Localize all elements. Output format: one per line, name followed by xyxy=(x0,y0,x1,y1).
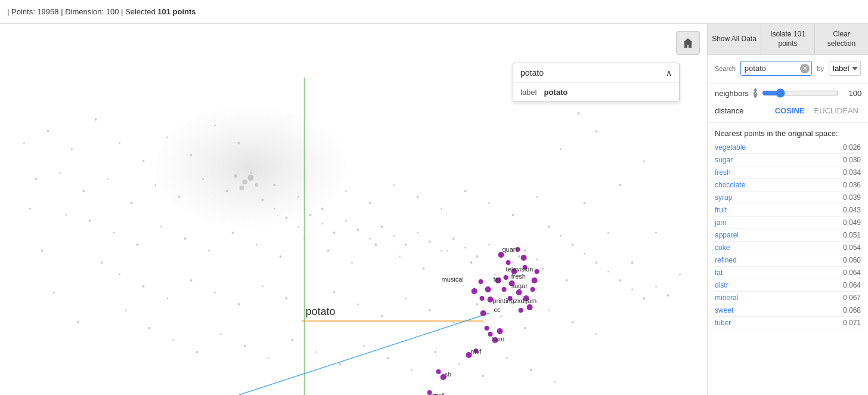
svg-point-17 xyxy=(226,190,228,192)
search-panel-result: label potato xyxy=(513,82,679,101)
nearest-item-name[interactable]: coke xyxy=(715,243,730,252)
svg-point-2 xyxy=(71,149,73,150)
svg-point-6 xyxy=(166,137,168,138)
home-icon xyxy=(682,37,694,49)
svg-point-72 xyxy=(596,334,597,335)
svg-text:nzgf: nzgf xyxy=(432,392,445,395)
svg-point-74 xyxy=(172,340,174,341)
svg-point-10 xyxy=(59,172,61,174)
nearest-item-name[interactable]: jam xyxy=(715,218,726,227)
neighbors-slider[interactable] xyxy=(762,88,839,98)
svg-point-46 xyxy=(447,250,448,252)
nearest-list-item: refined0.060 xyxy=(715,254,861,267)
dimension-label: Dimension: 100 xyxy=(65,7,119,16)
isolate-points-button[interactable]: Isolate 101 points xyxy=(761,24,815,54)
svg-point-1 xyxy=(47,130,49,132)
svg-point-124 xyxy=(441,250,442,252)
svg-point-114 xyxy=(321,223,323,225)
nearest-list-item: jam0.049 xyxy=(715,217,861,229)
nearest-item-name[interactable]: refined xyxy=(715,256,737,264)
nearest-item-value: 0.036 xyxy=(843,181,861,189)
svg-text:hcm: hcm xyxy=(492,335,505,342)
svg-point-16 xyxy=(202,178,204,180)
svg-point-0 xyxy=(156,107,346,227)
svg-point-169 xyxy=(479,279,483,284)
nearest-item-name[interactable]: mineral xyxy=(715,294,738,302)
svg-point-90 xyxy=(554,381,556,383)
svg-point-121 xyxy=(405,243,407,246)
nearest-list-item: chocolate0.036 xyxy=(715,179,861,192)
collapse-icon[interactable]: ∧ xyxy=(666,68,672,78)
nearest-item-value: 0.026 xyxy=(843,143,861,152)
svg-point-15 xyxy=(178,196,181,198)
nearest-item-name[interactable]: tuber xyxy=(715,319,731,327)
svg-point-32 xyxy=(113,232,114,234)
nearest-item-name[interactable]: sugar xyxy=(715,156,733,164)
result-label-text: label xyxy=(520,88,537,97)
svg-point-28 xyxy=(488,202,490,204)
search-clear-button[interactable]: ✕ xyxy=(800,64,810,73)
nearest-list-item: fat0.064 xyxy=(715,267,861,279)
svg-point-93 xyxy=(125,310,126,311)
euclidean-option[interactable]: EUCLIDEAN xyxy=(812,105,861,116)
nearest-item-name[interactable]: fat xyxy=(715,269,723,277)
nearest-item-value: 0.034 xyxy=(843,168,861,177)
svg-point-30 xyxy=(536,196,538,198)
show-all-data-button[interactable]: Show All Data xyxy=(708,24,761,54)
nearest-item-name[interactable]: syrup xyxy=(715,193,732,202)
nearest-item-name[interactable]: fresh xyxy=(715,168,731,177)
svg-point-88 xyxy=(506,357,508,359)
nearest-item-name[interactable]: vegetable xyxy=(715,143,746,152)
svg-point-85 xyxy=(435,351,437,353)
svg-point-140 xyxy=(631,289,633,291)
svg-point-110 xyxy=(274,208,275,210)
nearest-item-name[interactable]: fruit xyxy=(715,206,727,214)
by-select[interactable]: label id xyxy=(829,61,861,76)
top-bar: | Points: 19958 | Dimension: 100 | Selec… xyxy=(0,0,868,24)
svg-point-33 xyxy=(137,243,139,246)
svg-point-125 xyxy=(452,237,455,240)
search-panel-header[interactable]: potato ∧ xyxy=(513,63,679,82)
nearest-list-item: fresh0.034 xyxy=(715,166,861,179)
svg-text:television: television xyxy=(506,266,534,273)
svg-point-11 xyxy=(83,190,85,192)
pipe-sep: | xyxy=(7,7,11,16)
svg-point-165 xyxy=(535,269,540,274)
neighbors-row: neighbors ? 100 xyxy=(708,84,868,103)
nearest-list-item: vegetable0.026 xyxy=(715,141,861,154)
svg-point-53 xyxy=(142,285,145,288)
svg-point-132 xyxy=(536,259,538,261)
svg-point-102 xyxy=(631,261,634,264)
svg-point-58 xyxy=(262,286,264,288)
nearest-item-name[interactable]: distr xyxy=(715,281,728,289)
nearest-item-name[interactable]: sweet xyxy=(715,306,733,314)
clear-selection-button[interactable]: Clear selection xyxy=(815,24,868,54)
search-input-wrapper: ✕ xyxy=(740,61,813,76)
svg-point-156 xyxy=(521,255,527,261)
neighbors-help-icon[interactable]: ? xyxy=(754,88,757,98)
svg-point-68 xyxy=(500,316,502,317)
sep1: | xyxy=(59,7,66,16)
svg-point-130 xyxy=(512,262,514,264)
svg-point-159 xyxy=(502,287,507,292)
nearest-item-name[interactable]: apparel xyxy=(715,231,739,239)
home-button[interactable] xyxy=(676,31,700,55)
nearest-item-value: 0.067 xyxy=(843,294,861,302)
svg-point-83 xyxy=(387,357,389,359)
svg-point-103 xyxy=(655,232,657,234)
svg-text:cc: cc xyxy=(494,306,501,313)
nearest-item-value: 0.071 xyxy=(843,319,861,327)
svg-point-164 xyxy=(532,277,538,283)
svg-point-99 xyxy=(23,143,25,144)
svg-point-170 xyxy=(472,288,478,294)
svg-point-160 xyxy=(516,289,522,295)
svg-point-126 xyxy=(464,247,466,249)
svg-point-112 xyxy=(297,226,299,228)
svg-point-62 xyxy=(357,304,359,305)
cosine-option[interactable]: COSINE xyxy=(773,105,807,116)
viz-area[interactable]: potato xyxy=(0,24,707,395)
nearest-item-name[interactable]: chocolate xyxy=(715,181,745,189)
svg-point-105 xyxy=(643,161,645,162)
svg-point-151 xyxy=(506,260,511,265)
svg-point-104 xyxy=(619,184,622,186)
